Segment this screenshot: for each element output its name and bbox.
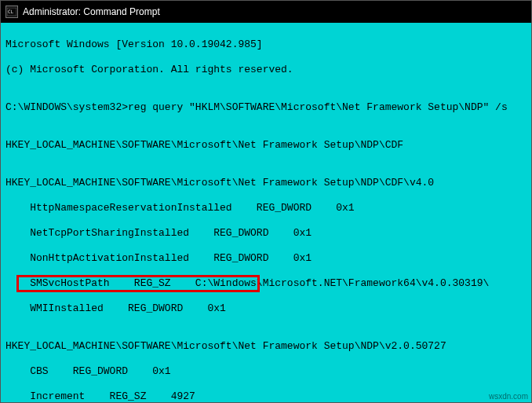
registry-key: HKEY_LOCAL_MACHINE\SOFTWARE\Microsoft\Ne… [5, 177, 527, 189]
window-title: Administrator: Command Prompt [23, 6, 160, 17]
window-titlebar[interactable]: CL Administrator: Command Prompt [1, 1, 531, 23]
registry-value: NetTcpPortSharingInstalled REG_DWORD 0x1 [5, 227, 527, 240]
terminal-output[interactable]: Microsoft Windows [Version 10.0.19042.98… [1, 23, 531, 403]
registry-key: HKEY_LOCAL_MACHINE\SOFTWARE\Microsoft\Ne… [5, 340, 527, 353]
registry-value: CBS REG_DWORD 0x1 [5, 365, 527, 378]
registry-value: WMIInstalled REG_DWORD 0x1 [5, 302, 527, 315]
cmd-icon: CL [5, 5, 18, 18]
registry-value: SMSvcHostPath REG_SZ C:\Windows\Microsof… [5, 277, 527, 290]
svg-text:CL: CL [8, 9, 14, 14]
output-line: (c) Microsoft Corporation. All rights re… [5, 64, 527, 76]
registry-value: HttpNamespaceReservationInstalled REG_DW… [5, 202, 527, 214]
watermark: wsxdn.com [489, 392, 528, 401]
output-line: Microsoft Windows [Version 10.0.19042.98… [5, 38, 527, 51]
registry-key: HKEY_LOCAL_MACHINE\SOFTWARE\Microsoft\Ne… [5, 139, 527, 152]
prompt-line: C:\WINDOWS\system32>reg query "HKLM\SOFT… [5, 101, 527, 114]
registry-value: NonHttpActivationInstalled REG_DWORD 0x1 [5, 252, 527, 265]
registry-value: Increment REG_SZ 4927 [5, 390, 527, 403]
